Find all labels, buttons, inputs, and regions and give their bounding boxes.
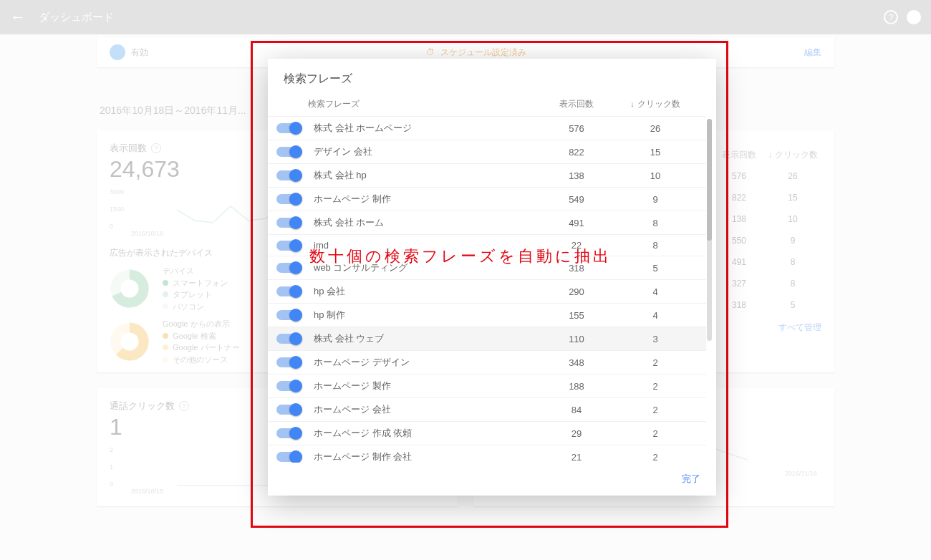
clicks-cell: 2 (616, 405, 695, 415)
phrase-row[interactable]: 株式 会社 ホームページ57626 (268, 116, 706, 140)
impressions-cell: 110 (537, 334, 616, 344)
phrase-row[interactable]: ホームページ 作成 依頼292 (268, 421, 706, 445)
phrase-text: 株式 会社 ホーム (304, 216, 537, 229)
clicks-cell: 2 (616, 381, 695, 392)
clicks-cell: 10 (616, 170, 695, 181)
phrase-text: 株式 会社 ホームページ (304, 122, 537, 135)
clicks-cell: 4 (616, 286, 695, 297)
phrase-text: 株式 会社 ウェブ (304, 332, 537, 345)
impressions-cell: 491 (537, 218, 616, 228)
toggle-switch[interactable] (276, 147, 301, 157)
toggle-switch[interactable] (276, 218, 301, 228)
phrase-text: ホームページ 作成 依頼 (304, 427, 537, 440)
clicks-cell: 2 (616, 428, 695, 439)
toggle-switch[interactable] (276, 428, 301, 438)
annotation-text: 数十個の検索フレーズを自動に抽出 (309, 246, 612, 267)
toggle-switch[interactable] (276, 194, 301, 204)
phrase-row[interactable]: ホームページ デザイン3482 (268, 350, 706, 374)
phrase-text: hp 制作 (304, 309, 537, 322)
clicks-cell: 26 (616, 123, 695, 134)
phrase-text: ホームページ 製作 (304, 380, 537, 392)
phrase-text: ホームページ 会社 (304, 403, 537, 416)
clicks-cell: 4 (616, 310, 695, 321)
phrase-row[interactable]: hp 会社2904 (268, 279, 706, 303)
phrase-row[interactable]: ホームページ 製作1882 (268, 374, 706, 397)
toggle-switch[interactable] (276, 381, 301, 391)
impressions-cell: 29 (537, 428, 616, 439)
phrase-row[interactable]: 株式 会社 ウェブ1103 (268, 327, 706, 350)
phrase-row[interactable]: デザイン 会社82215 (268, 140, 706, 163)
dialog-header-row: 検索フレーズ 表示回数 ↓クリック数 (268, 98, 716, 116)
toggle-switch[interactable] (276, 263, 301, 273)
toggle-switch[interactable] (276, 170, 301, 180)
toggle-switch[interactable] (276, 452, 301, 462)
phrase-text: デザイン 会社 (304, 145, 537, 158)
clicks-cell: 2 (616, 452, 695, 463)
phrase-row[interactable]: 株式 会社 ホーム4918 (268, 211, 706, 234)
search-phrases-dialog: 検索フレーズ 検索フレーズ 表示回数 ↓クリック数 株式 会社 ホームページ57… (268, 59, 716, 496)
phrase-text: ホームページ 制作 会社 (304, 450, 537, 463)
clicks-cell: 2 (616, 357, 695, 368)
dialog-title: 検索フレーズ (268, 59, 716, 98)
impressions-cell: 21 (537, 452, 616, 463)
clicks-cell: 9 (616, 194, 695, 205)
clicks-cell: 3 (616, 334, 695, 344)
col-phrase[interactable]: 検索フレーズ (302, 98, 537, 110)
scrollbar-thumb[interactable] (707, 119, 712, 241)
done-button[interactable]: 完了 (682, 473, 700, 484)
impressions-cell: 348 (537, 357, 616, 368)
toggle-switch[interactable] (276, 357, 301, 367)
scrollbar[interactable] (707, 119, 712, 341)
phrase-text: ホームページ デザイン (304, 356, 537, 369)
phrase-text: ホームページ 制作 (304, 193, 537, 206)
phrase-row[interactable]: hp 制作1554 (268, 303, 706, 327)
toggle-switch[interactable] (276, 286, 301, 296)
toggle-switch[interactable] (276, 405, 301, 415)
toggle-switch[interactable] (276, 241, 301, 251)
clicks-cell: 15 (616, 147, 695, 158)
phrase-row[interactable]: ホームページ 制作5499 (268, 187, 706, 211)
phrase-text: 株式 会社 hp (304, 169, 537, 182)
impressions-cell: 290 (537, 286, 616, 297)
col-clicks[interactable]: ↓クリック数 (616, 98, 695, 110)
toggle-switch[interactable] (276, 310, 301, 320)
col-impressions[interactable]: 表示回数 (537, 98, 616, 110)
clicks-cell: 8 (616, 218, 695, 228)
dialog-body: 株式 会社 ホームページ57626デザイン 会社82215株式 会社 hp138… (268, 116, 716, 463)
impressions-cell: 155 (537, 310, 616, 321)
impressions-cell: 188 (537, 381, 616, 392)
impressions-cell: 84 (537, 405, 616, 415)
toggle-switch[interactable] (276, 334, 301, 344)
toggle-switch[interactable] (276, 123, 301, 133)
impressions-cell: 138 (537, 170, 616, 181)
phrase-text: hp 会社 (304, 285, 537, 298)
impressions-cell: 549 (537, 194, 616, 205)
phrase-row[interactable]: ホームページ 会社842 (268, 397, 706, 421)
clicks-cell: 5 (616, 263, 695, 274)
impressions-cell: 822 (537, 147, 616, 158)
impressions-cell: 576 (537, 123, 616, 134)
sort-down-icon: ↓ (630, 100, 635, 108)
phrase-row[interactable]: ホームページ 制作 会社212 (268, 445, 706, 463)
phrase-row[interactable]: 株式 会社 hp13810 (268, 163, 706, 187)
clicks-cell: 8 (616, 240, 695, 251)
